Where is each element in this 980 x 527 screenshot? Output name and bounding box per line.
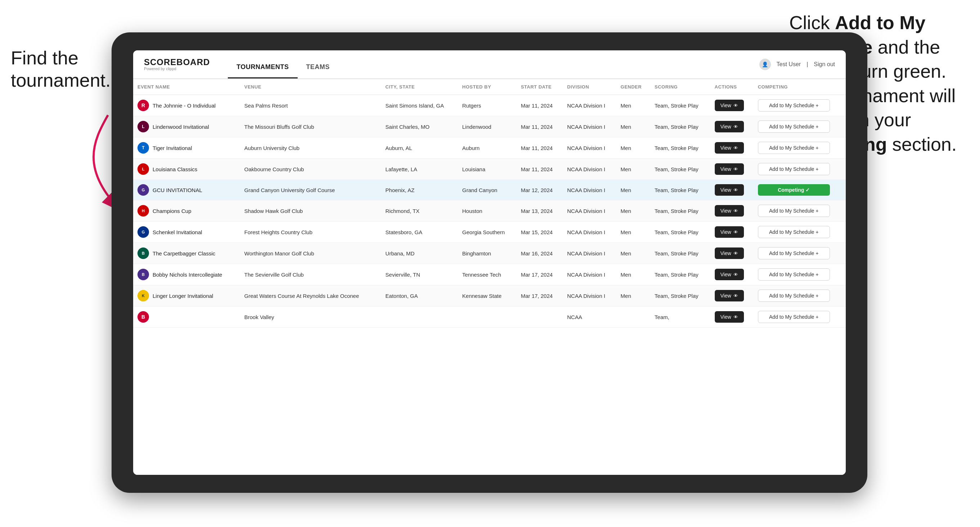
add-to-schedule-button[interactable]: Add to My Schedule + <box>758 99 830 111</box>
view-button[interactable]: View 👁 <box>715 248 744 259</box>
view-button[interactable]: View 👁 <box>715 226 744 238</box>
team-logo: R <box>137 100 149 111</box>
city-state-cell: Eatonton, GA <box>381 285 458 306</box>
team-logo: G <box>137 184 149 196</box>
table-row: T Tiger Invitational Auburn University C… <box>133 137 846 159</box>
user-avatar: 👤 <box>759 59 771 70</box>
eye-icon: 👁 <box>733 124 738 130</box>
event-name-text: Champions Cup <box>153 208 191 214</box>
actions-cell: View 👁 <box>710 222 754 243</box>
competing-cell: Add to My Schedule + <box>754 243 846 264</box>
city-state-cell: Sevierville, TN <box>381 264 458 285</box>
col-venue: VENUE <box>240 79 381 95</box>
table-row: G GCU INVITATIONAL Grand Canyon Universi… <box>133 180 846 200</box>
eye-icon: 👁 <box>733 187 738 193</box>
view-button[interactable]: View 👁 <box>715 290 744 302</box>
event-name-cell: B The Carpetbagger Classic <box>133 243 240 264</box>
app-logo: SCOREBOARD <box>144 58 210 67</box>
gender-cell: Men <box>616 285 650 306</box>
event-name-cell: B <box>133 306 240 328</box>
view-button[interactable]: View 👁 <box>715 121 744 132</box>
tournaments-table: EVENT NAME VENUE CITY, STATE HOSTED BY S… <box>133 79 846 328</box>
logo-area: SCOREBOARD Powered by clippd <box>144 58 210 71</box>
actions-cell: View 👁 <box>710 137 754 159</box>
hosted-by-cell: Rutgers <box>458 95 517 116</box>
sign-out-link[interactable]: Sign out <box>814 61 835 68</box>
eye-icon: 👁 <box>733 145 738 151</box>
eye-icon: 👁 <box>733 293 738 298</box>
actions-cell: View 👁 <box>710 285 754 306</box>
competing-cell: Add to My Schedule + <box>754 306 846 328</box>
table-container: EVENT NAME VENUE CITY, STATE HOSTED BY S… <box>133 79 846 475</box>
city-state-cell: Saint Simons Island, GA <box>381 95 458 116</box>
view-button[interactable]: View 👁 <box>715 205 744 217</box>
event-name-cell: T Tiger Invitational <box>133 137 240 159</box>
add-to-schedule-button[interactable]: Add to My Schedule + <box>758 311 830 323</box>
add-to-schedule-button[interactable]: Add to My Schedule + <box>758 290 830 302</box>
col-competing: COMPETING <box>754 79 846 95</box>
separator: | <box>807 61 808 68</box>
division-cell: NCAA Division I <box>563 159 617 180</box>
actions-cell: View 👁 <box>710 116 754 137</box>
event-name-cell: L Louisiana Classics <box>133 159 240 180</box>
event-name-text: Bobby Nichols Intercollegiate <box>153 271 222 278</box>
add-to-schedule-button[interactable]: Add to My Schedule + <box>758 121 830 133</box>
gender-cell: Men <box>616 243 650 264</box>
add-to-schedule-button[interactable]: Add to My Schedule + <box>758 163 830 175</box>
add-to-schedule-button[interactable]: Add to My Schedule + <box>758 205 830 217</box>
event-name-text: The Carpetbagger Classic <box>153 250 215 257</box>
start-date-cell: Mar 11, 2024 <box>517 159 563 180</box>
actions-cell: View 👁 <box>710 243 754 264</box>
scoring-cell: Team, Stroke Play <box>650 116 710 137</box>
start-date-cell <box>517 306 563 328</box>
event-name-cell: B Bobby Nichols Intercollegiate <box>133 264 240 285</box>
scoring-cell: Team, Stroke Play <box>650 243 710 264</box>
add-to-schedule-button[interactable]: Add to My Schedule + <box>758 142 830 154</box>
competing-button[interactable]: Competing ✓ <box>758 184 830 196</box>
eye-icon: 👁 <box>733 208 738 214</box>
team-logo: H <box>137 205 149 217</box>
hosted-by-cell: Grand Canyon <box>458 180 517 200</box>
view-button[interactable]: View 👁 <box>715 311 744 323</box>
add-to-schedule-button[interactable]: Add to My Schedule + <box>758 226 830 238</box>
gender-cell: Men <box>616 137 650 159</box>
competing-cell: Competing ✓ <box>754 180 846 200</box>
competing-cell: Add to My Schedule + <box>754 159 846 180</box>
eye-icon: 👁 <box>733 167 738 172</box>
add-to-schedule-button[interactable]: Add to My Schedule + <box>758 247 830 259</box>
event-name-text: Schenkel Invitational <box>153 229 202 235</box>
gender-cell: Men <box>616 159 650 180</box>
city-state-cell <box>381 306 458 328</box>
table-row: K Linger Longer Invitational Great Water… <box>133 285 846 306</box>
tab-teams[interactable]: TEAMS <box>298 63 339 78</box>
event-name-text: Lindenwood Invitational <box>153 124 209 130</box>
venue-cell: Forest Heights Country Club <box>240 222 381 243</box>
table-row: L Lindenwood Invitational The Missouri B… <box>133 116 846 137</box>
hosted-by-cell: Auburn <box>458 137 517 159</box>
add-to-schedule-button[interactable]: Add to My Schedule + <box>758 268 830 281</box>
start-date-cell: Mar 12, 2024 <box>517 180 563 200</box>
division-cell: NCAA Division I <box>563 200 617 222</box>
view-button[interactable]: View 👁 <box>715 142 744 154</box>
city-state-cell: Phoenix, AZ <box>381 180 458 200</box>
team-logo: L <box>137 163 149 175</box>
start-date-cell: Mar 15, 2024 <box>517 222 563 243</box>
event-name-cell: K Linger Longer Invitational <box>133 285 240 306</box>
view-button[interactable]: View 👁 <box>715 269 744 280</box>
start-date-cell: Mar 13, 2024 <box>517 200 563 222</box>
tab-tournaments[interactable]: TOURNAMENTS <box>228 63 297 78</box>
venue-cell: Worthington Manor Golf Club <box>240 243 381 264</box>
division-cell: NCAA Division I <box>563 180 617 200</box>
col-scoring: SCORING <box>650 79 710 95</box>
tablet-frame: SCOREBOARD Powered by clippd TOURNAMENTS… <box>111 32 867 493</box>
division-cell: NCAA Division I <box>563 222 617 243</box>
view-button[interactable]: View 👁 <box>715 163 744 175</box>
col-hosted-by: HOSTED BY <box>458 79 517 95</box>
event-name-cell: H Champions Cup <box>133 200 240 222</box>
eye-icon: 👁 <box>733 272 738 277</box>
scoring-cell: Team, Stroke Play <box>650 159 710 180</box>
view-button[interactable]: View 👁 <box>715 100 744 111</box>
user-name: Test User <box>777 61 801 68</box>
view-button[interactable]: View 👁 <box>715 184 744 196</box>
start-date-cell: Mar 16, 2024 <box>517 243 563 264</box>
